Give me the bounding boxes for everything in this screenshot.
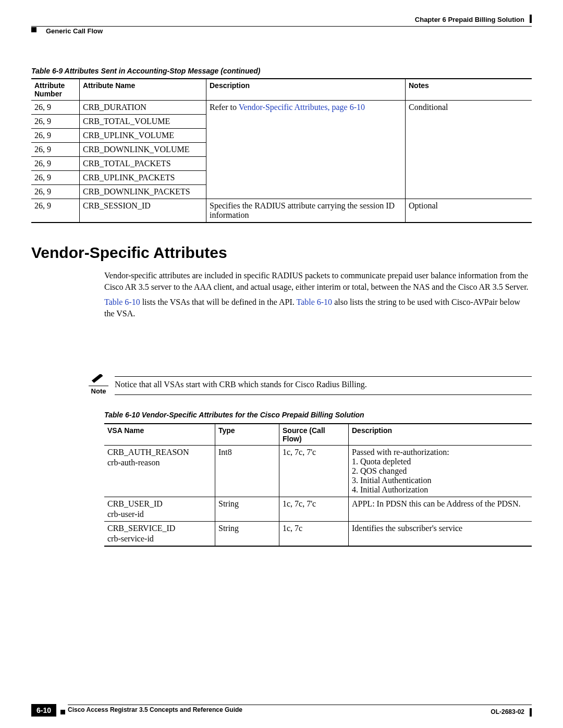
- page-header: Chapter 6 Prepaid Billing Solution Gener…: [31, 16, 532, 30]
- body-p2-mid: lists the VSAs that will be defined in t…: [140, 298, 297, 306]
- header-section: Generic Call Flow: [46, 27, 103, 35]
- cell-num: 26, 9: [31, 171, 80, 185]
- body-p2: Table 6-10 lists the VSAs that will be d…: [104, 297, 532, 319]
- cell-num: 26, 9: [31, 199, 80, 223]
- cell-name: CRB_SESSION_ID: [80, 199, 206, 223]
- cell-desc: Specifies the RADIUS attribute carrying …: [206, 199, 406, 223]
- vsa-name: CRB_SERVICE_ID: [107, 524, 175, 533]
- t69-h-notes: Notes: [406, 79, 532, 101]
- table-row: CRB_USER_ID crb-user-id String 1c, 7c, 7…: [104, 497, 532, 522]
- cell-vsa-name: CRB_SERVICE_ID crb-service-id: [104, 522, 215, 547]
- cell-desc: Passed with re-authorization: 1. Quota d…: [349, 446, 532, 497]
- cell-name: CRB_DOWNLINK_PACKETS: [80, 185, 206, 199]
- t610-h-desc: Description: [349, 424, 532, 446]
- vsa-name: CRB_USER_ID: [107, 499, 163, 508]
- body-p1: Vendor-specific attributes are included …: [104, 270, 532, 292]
- table-6-10-link[interactable]: Table 6-10: [296, 298, 332, 306]
- footer-page-number: 6-10: [31, 704, 56, 717]
- vsa-avpair: crb-user-id: [107, 510, 212, 519]
- vsa-avpair: crb-service-id: [107, 534, 212, 544]
- t69-h-desc: Description: [206, 79, 406, 101]
- cell-notes-merged: Conditional: [406, 101, 532, 199]
- table-row: 26, 9 CRB_DURATION Refer to Vendor-Speci…: [31, 101, 532, 115]
- cell-desc-merged: Refer to Vendor-Specific Attributes, pag…: [206, 101, 406, 199]
- note-label: Note: [89, 386, 108, 395]
- footer-bar-icon: [530, 708, 532, 717]
- cell-name: CRB_UPLINK_PACKETS: [80, 171, 206, 185]
- t610-h-name: VSA Name: [104, 424, 215, 446]
- cell-name: CRB_DOWNLINK_VOLUME: [80, 143, 206, 157]
- cell-desc: Identifies the subscriber's service: [349, 522, 532, 547]
- note-block: Note Notice that all VSAs start with CRB…: [89, 376, 532, 395]
- t69-h-name: Attribute Name: [80, 79, 206, 101]
- table-row: CRB_SERVICE_ID crb-service-id String 1c,…: [104, 522, 532, 547]
- header-square-icon: [31, 27, 36, 32]
- cell-source: 1c, 7c, 7'c: [279, 446, 349, 497]
- cell-vsa-name: CRB_AUTH_REASON crb-auth-reason: [104, 446, 215, 497]
- cell-name: CRB_TOTAL_VOLUME: [80, 115, 206, 129]
- table-6-10: VSA Name Type Source (Call Flow) Descrip…: [104, 423, 532, 547]
- header-rule: [31, 26, 532, 27]
- cell-type: String: [215, 522, 279, 547]
- vendor-attrs-link[interactable]: Vendor-Specific Attributes, page 6-10: [239, 103, 365, 112]
- cell-name: CRB_UPLINK_VOLUME: [80, 129, 206, 143]
- t69-h-number: Attribute Number: [31, 79, 80, 101]
- header-bar-icon: [530, 15, 532, 23]
- table-6-9-caption: Table 6-9 Attributes Sent in Accounting-…: [31, 67, 532, 75]
- page-footer: Cisco Access Registrar 3.5 Concepts and …: [31, 705, 532, 713]
- cell-num: 26, 9: [31, 157, 80, 171]
- cell-type: String: [215, 497, 279, 522]
- link-prefix: Refer to: [210, 103, 239, 112]
- cell-num: 26, 9: [31, 115, 80, 129]
- footer-square-icon: [60, 710, 65, 714]
- table-6-10-caption: Table 6-10 Vendor-Specific Attributes fo…: [104, 411, 532, 419]
- header-chapter: Chapter 6 Prepaid Billing Solution: [415, 16, 524, 23]
- cell-vsa-name: CRB_USER_ID crb-user-id: [104, 497, 215, 522]
- cell-notes: Optional: [406, 199, 532, 223]
- vsa-name: CRB_AUTH_REASON: [107, 448, 189, 456]
- cell-num: 26, 9: [31, 129, 80, 143]
- cell-name: CRB_TOTAL_PACKETS: [80, 157, 206, 171]
- cell-name: CRB_DURATION: [80, 101, 206, 115]
- cell-num: 26, 9: [31, 143, 80, 157]
- footer-doc-title: Cisco Access Registrar 3.5 Concepts and …: [68, 705, 532, 713]
- table-6-9: Attribute Number Attribute Name Descript…: [31, 78, 532, 223]
- table-6-10-link[interactable]: Table 6-10: [104, 298, 140, 306]
- cell-desc: APPL: In PDSN this can be Address of the…: [349, 497, 532, 522]
- table-row: CRB_AUTH_REASON crb-auth-reason Int8 1c,…: [104, 446, 532, 497]
- t610-h-src: Source (Call Flow): [279, 424, 349, 446]
- note-text: Notice that all VSAs start with CRB whic…: [115, 376, 532, 395]
- cell-source: 1c, 7c: [279, 522, 349, 547]
- table-row: 26, 9 CRB_SESSION_ID Specifies the RADIU…: [31, 199, 532, 223]
- footer-doc-id: OL-2683-02: [491, 708, 524, 715]
- vsa-avpair: crb-auth-reason: [107, 458, 212, 467]
- body-text: Vendor-specific attributes are included …: [104, 270, 532, 319]
- t610-h-type: Type: [215, 424, 279, 446]
- cell-type: Int8: [215, 446, 279, 497]
- pencil-icon: Note: [89, 374, 108, 395]
- cell-num: 26, 9: [31, 185, 80, 199]
- cell-source: 1c, 7c, 7'c: [279, 497, 349, 522]
- section-heading-vsa: Vendor-Specific Attributes: [31, 244, 532, 262]
- cell-num: 26, 9: [31, 101, 80, 115]
